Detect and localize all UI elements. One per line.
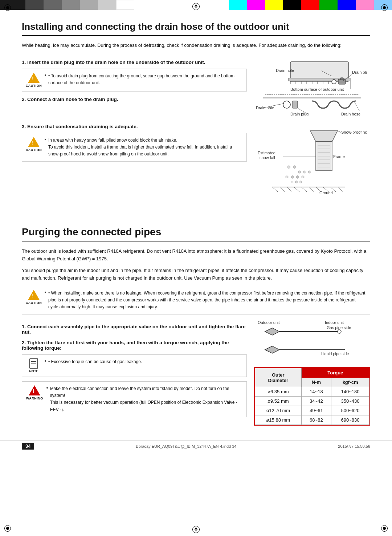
svg-text:❄  ❄  ❄: ❄ ❄ ❄ [298,170,311,175]
svg-text:❄  ❄  ❄  ❄: ❄ ❄ ❄ ❄ [285,174,305,180]
svg-text:❄  ❄  ❄: ❄ ❄ ❄ [290,180,302,184]
section1-title: Installing and connecting the drain hose… [22,21,370,36]
torque-col-torque: Torque [301,368,369,378]
svg-line-60 [309,187,314,192]
caution-text-2: In areas with heavy snow fall, piled sno… [45,137,242,158]
svg-text:Outdoor unit: Outdoor unit [258,320,280,325]
table-row: ø15.88 mm 68~82 690~830 [255,415,369,425]
purging-right: Outdoor unit Indoor unit Gas pipe side L… [254,319,370,426]
torque-col-nm: N•m [301,378,331,387]
svg-line-31 [354,101,359,111]
kgfcm-cell: 690~830 [331,415,369,425]
purging-intro-2: You should purge the air in the indoor u… [22,267,370,282]
svg-text:Indoor unit: Indoor unit [325,320,344,325]
compass-bottom [192,526,200,533]
color-swatch-7 [116,0,134,10]
svg-text:Liquid pipe side: Liquid pipe side [321,352,349,356]
reg-mark-top-left [4,4,11,11]
torque-col-kgfcm: kgf•cm [331,378,369,387]
color-swatch-1 [0,0,25,10]
warning-content-1: Make the electrical connection and leave… [50,385,242,413]
step-purge-2-heading: 2. Tighten the flare nut first with your… [22,340,247,351]
caution-icon-3: CAUTION [26,290,41,305]
color-swatch-green [319,0,338,10]
caution-icon-2: CAUTION [26,137,41,152]
svg-point-13 [332,80,336,84]
svg-text:snow fall: snow fall [260,155,275,160]
bullet-dot-1 [45,74,46,76]
nm-cell: 68~82 [301,415,331,425]
warning-bullet-dot-1 [46,387,48,389]
color-swatch-4 [62,0,80,10]
footer-file-info: Boracay EUR_AQ09T&U@_IBIM_32447A_EN-4.in… [136,444,236,448]
diameter-cell: ø15.88 mm [255,415,302,425]
svg-point-25 [283,101,290,108]
svg-line-34 [309,129,310,131]
svg-text:Gas pipe side: Gas pipe side [327,325,351,330]
nm-cell: 14~18 [301,387,331,397]
color-swatch-blue [338,0,356,10]
svg-marker-72 [265,346,279,353]
purging-intro-1: The outdoor unit is loaded with sufficie… [22,247,370,263]
warning-label-1: WARNING [26,397,43,400]
caution-bullet-1: • To avoid drain plug from contacting th… [45,73,242,86]
warning-box-1: WARNING Make the electrical connection a… [22,381,247,417]
caution-icon-1: CAUTION [26,73,41,88]
note-bullet-dot [45,360,46,362]
purging-two-col: 1. Connect each assembly pipe to the app… [22,319,370,426]
color-swatch-black-r [283,0,301,10]
svg-line-58 [294,187,299,192]
svg-text:Drain plug: Drain plug [352,70,367,74]
note-box-1: NOTE • Excessive torque can be cause of … [22,354,247,377]
page-number: 34 [22,443,34,450]
section1-intro: While heating, ice may accumulate. Durin… [22,42,370,49]
svg-text:❄ ❄: ❄ ❄ [287,164,297,170]
caution-label-2: CAUTION [26,148,42,152]
kgfcm-cell: 500~620 [331,406,369,415]
svg-text:Frame: Frame [333,154,345,159]
svg-line-55 [272,187,278,192]
nm-cell: 49~61 [301,406,331,415]
caution-box-3: CAUTION • When installing, make sure the… [22,286,370,315]
caution3-content: • When installing, make sure there is no… [48,290,366,311]
svg-rect-28 [292,101,298,108]
svg-line-36 [338,131,341,133]
note-text: • Excessive torque can be cause of gas l… [48,358,142,365]
svg-line-64 [338,187,343,192]
caution-triangle-1 [28,73,40,83]
step1-heading: 1. Insert the drain plug into the drain … [22,60,247,65]
torque-table: Outer Diameter Torque N•m kgf•cm [255,368,369,425]
kgfcm-cell: 350~430 [331,397,369,406]
svg-text:Drain hole: Drain hole [276,68,294,73]
page-content: Installing and connecting the drain hose… [0,10,392,436]
section1-two-col: 1. Insert the drain plug into the drain … [22,54,370,215]
step-purge-1-heading: 1. Connect each assembly pipe to the app… [22,324,247,335]
svg-line-59 [301,187,307,192]
warning-icon-1: WARNING [26,385,43,400]
svg-line-56 [279,187,285,192]
warning-triangle-1 [29,385,40,395]
step2-heading: 2. Connect a drain hose to the drain plu… [22,97,247,102]
pipe-diagram-svg: Outdoor unit Indoor unit Gas pipe side L… [254,319,363,366]
compass-top [192,3,200,10]
note-label: NOTE [29,369,38,373]
svg-point-70 [338,330,341,333]
color-swatch-2 [25,0,44,10]
caution-box-1: CAUTION • To avoid drain plug from conta… [22,69,247,92]
color-swatch-pink [356,0,374,10]
kgfcm-cell: 140~180 [331,387,369,397]
table-row: ø9.52 mm 34~42 350~430 [255,397,369,406]
section1-right: Drain hole Drain plug Bottom surface of … [254,54,370,215]
page-wrapper: Installing and connecting the drain hose… [0,0,392,536]
color-swatch-magenta [247,0,265,10]
caution-label-1: CAUTION [26,84,42,88]
svg-text:Drain hole: Drain hole [256,106,274,110]
section1-left: 1. Insert the drain plug into the drain … [22,54,247,215]
diameter-cell: ø12.70 mm [255,406,302,415]
step3-heading: 3. Ensure that condensation draining is … [22,124,247,129]
page-footer: 34 Boracay EUR_AQ09T&U@_IBIM_32447A_EN-4… [0,440,392,452]
svg-marker-33 [310,131,338,142]
svg-text:Drain hose: Drain hose [341,112,360,116]
note-icon-1: NOTE [26,358,41,373]
color-swatch-5 [80,0,98,10]
